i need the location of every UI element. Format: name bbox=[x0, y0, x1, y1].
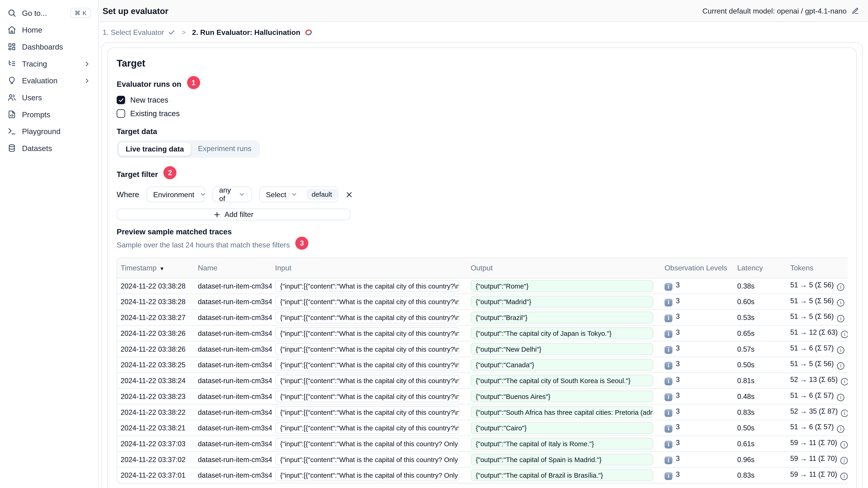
cell-output: {"output":"New Delhi"} bbox=[467, 341, 661, 357]
column-header-input[interactable]: Input bbox=[272, 258, 467, 278]
datasets-icon bbox=[7, 144, 16, 153]
cell-timestamp: 2024-11-22 03:37:02 bbox=[117, 452, 194, 467]
knot-icon bbox=[304, 28, 313, 37]
token-info-icon[interactable]: i bbox=[837, 394, 844, 401]
search-icon bbox=[7, 8, 16, 18]
info-level-icon: i bbox=[664, 472, 672, 480]
cell-tokens: 51 → 5 (Σ 56)i bbox=[787, 294, 848, 310]
checkbox-existing-traces[interactable] bbox=[117, 109, 125, 118]
cell-timestamp: 2024-11-22 03:38:21 bbox=[117, 420, 194, 436]
cell-observation-levels: i3 bbox=[661, 310, 734, 325]
column-header-observation-levels[interactable]: Observation Levels bbox=[661, 258, 734, 278]
breadcrumb-step-1[interactable]: 1. Select Evaluator bbox=[103, 28, 176, 37]
output-preview-box: {"output":"Rome"} bbox=[471, 280, 653, 292]
column-header-name[interactable]: Name bbox=[194, 258, 272, 278]
token-info-icon[interactable]: i bbox=[840, 473, 847, 480]
cell-latency: 0.61s bbox=[734, 436, 787, 452]
column-header-timestamp[interactable]: Timestamp▼ bbox=[117, 258, 194, 278]
token-info-icon[interactable]: i bbox=[841, 330, 848, 338]
token-info-icon[interactable]: i bbox=[840, 441, 847, 448]
filter-builder-row: Where Environment any of Select default bbox=[117, 186, 847, 202]
sidebar-item-datasets[interactable]: Datasets bbox=[0, 140, 98, 157]
sidebar-item-evaluation[interactable]: Evaluation bbox=[0, 72, 98, 89]
token-info-icon[interactable]: i bbox=[841, 378, 848, 385]
output-preview-box: {"output":"The capital of Spain is Madri… bbox=[471, 454, 653, 465]
default-model-label: Current default model: openai / gpt-4.1-… bbox=[703, 6, 847, 15]
cell-timestamp: 2024-11-22 03:38:24 bbox=[117, 373, 194, 389]
target-filter-label: Target filter bbox=[117, 170, 158, 178]
cell-output: {"output":"Buenos Aires"} bbox=[467, 388, 661, 404]
sidebar-item-goto[interactable]: Go to... ⌘ K bbox=[0, 5, 98, 22]
chevron-down-icon bbox=[238, 191, 245, 198]
cell-timestamp: 2024-11-22 03:38:27 bbox=[117, 310, 194, 325]
cell-timestamp: 2024-11-22 03:38:26 bbox=[117, 341, 194, 357]
tracing-icon bbox=[7, 59, 16, 68]
preview-subtitle: Sample over the last 24 hours that match… bbox=[117, 240, 290, 249]
cell-timestamp: 2024-11-22 03:37:03 bbox=[117, 436, 194, 452]
cell-timestamp: 2024-11-22 03:37:01 bbox=[117, 467, 194, 483]
cell-tokens: 59 → 11 (Σ 70)i bbox=[787, 436, 848, 452]
sidebar-item-label: Evaluation bbox=[22, 76, 58, 85]
table-row: 2024-11-22 03:38:28dataset-run-item-cm3s… bbox=[117, 278, 848, 294]
token-info-icon[interactable]: i bbox=[841, 410, 848, 417]
info-level-icon: i bbox=[664, 456, 672, 464]
token-info-icon[interactable]: i bbox=[837, 283, 844, 291]
sidebar: Go to... ⌘ K HomeDashboardsTracingEvalua… bbox=[0, 0, 99, 488]
checkbox-row-existing-traces[interactable]: Existing traces bbox=[117, 109, 847, 118]
cell-timestamp: 2024-11-22 03:38:22 bbox=[117, 404, 194, 420]
table-row: 2024-11-22 03:38:26dataset-run-item-cm3s… bbox=[117, 341, 848, 357]
remove-filter-button[interactable] bbox=[345, 191, 353, 198]
filter-operator-select[interactable]: any of bbox=[212, 186, 252, 202]
token-info-icon[interactable]: i bbox=[837, 425, 844, 433]
cell-latency: 0.50s bbox=[734, 420, 787, 436]
cell-input: {"input":[{"content":"What is the capita… bbox=[272, 420, 467, 436]
cell-name: dataset-run-item-cm3s4 bbox=[194, 294, 272, 310]
pencil-icon[interactable] bbox=[852, 7, 859, 14]
checkbox-row-new-traces[interactable]: New traces bbox=[117, 96, 847, 104]
cell-output: {"output":"The capital of Spain is Madri… bbox=[467, 452, 661, 467]
info-level-icon: i bbox=[664, 362, 672, 369]
checkbox-new-traces[interactable] bbox=[117, 96, 125, 104]
column-header-latency[interactable]: Latency bbox=[734, 258, 787, 278]
input-preview-box: {"input":[{"content":"What is the capita… bbox=[275, 406, 460, 418]
cell-input: {"input":[{"content":"What is the capita… bbox=[272, 357, 467, 373]
token-info-icon[interactable]: i bbox=[840, 457, 847, 464]
add-filter-button[interactable]: Add filter bbox=[117, 208, 351, 220]
sidebar-item-tracing[interactable]: Tracing bbox=[0, 55, 98, 72]
tab-live-tracing-data[interactable]: Live tracing data bbox=[118, 142, 191, 156]
filter-value-placeholder: Select bbox=[266, 190, 286, 199]
home-icon bbox=[7, 25, 16, 34]
cell-tokens: 51 → 6 (Σ 57)i bbox=[787, 420, 848, 436]
sidebar-item-users[interactable]: Users bbox=[0, 89, 98, 106]
table-row: 2024-11-22 03:37:02dataset-run-item-cm3s… bbox=[117, 452, 848, 467]
column-header-output[interactable]: Output bbox=[467, 258, 661, 278]
table-body: 2024-11-22 03:38:28dataset-run-item-cm3s… bbox=[117, 278, 848, 483]
cell-timestamp: 2024-11-22 03:38:25 bbox=[117, 357, 194, 373]
tab-experiment-runs[interactable]: Experiment runs bbox=[191, 142, 258, 156]
table-row: 2024-11-22 03:37:01dataset-run-item-cm3s… bbox=[117, 467, 848, 483]
cell-timestamp: 2024-11-22 03:38:28 bbox=[117, 278, 194, 294]
token-info-icon[interactable]: i bbox=[837, 362, 844, 369]
cell-output: {"output":"Canada"} bbox=[467, 357, 661, 373]
filter-column-select[interactable]: Environment bbox=[147, 186, 205, 202]
chevron-right-icon bbox=[83, 77, 91, 84]
sidebar-item-home[interactable]: Home bbox=[0, 21, 98, 38]
breadcrumb-separator: > bbox=[182, 28, 186, 37]
output-preview-box: {"output":"The capital city of Japan is … bbox=[471, 327, 653, 339]
token-info-icon[interactable]: i bbox=[837, 315, 844, 322]
output-preview-box: {"output":"The capital city of South Kor… bbox=[471, 375, 653, 387]
cell-output: {"output":"Brazil"} bbox=[467, 310, 661, 325]
sidebar-item-playground[interactable]: Playground bbox=[0, 123, 98, 140]
output-preview-box: {"output":"South Africa has three capita… bbox=[471, 406, 653, 418]
cell-input: {"input":[{"content":"What is the capita… bbox=[272, 452, 467, 467]
sidebar-item-prompts[interactable]: Prompts bbox=[0, 106, 98, 123]
sidebar-item-dashboards[interactable]: Dashboards bbox=[0, 38, 98, 55]
token-info-icon[interactable]: i bbox=[837, 299, 844, 306]
token-info-icon[interactable]: i bbox=[837, 346, 844, 354]
checkbox-label: Existing traces bbox=[130, 109, 180, 118]
table-header-row: Timestamp▼NameInputOutputObservation Lev… bbox=[117, 258, 848, 278]
cell-tokens: 51 → 5 (Σ 56)i bbox=[787, 278, 848, 294]
column-header-tokens[interactable]: Tokens bbox=[787, 258, 848, 278]
filter-value-select[interactable]: Select default bbox=[259, 186, 338, 202]
breadcrumb-step-1-label: 1. Select Evaluator bbox=[103, 28, 164, 37]
